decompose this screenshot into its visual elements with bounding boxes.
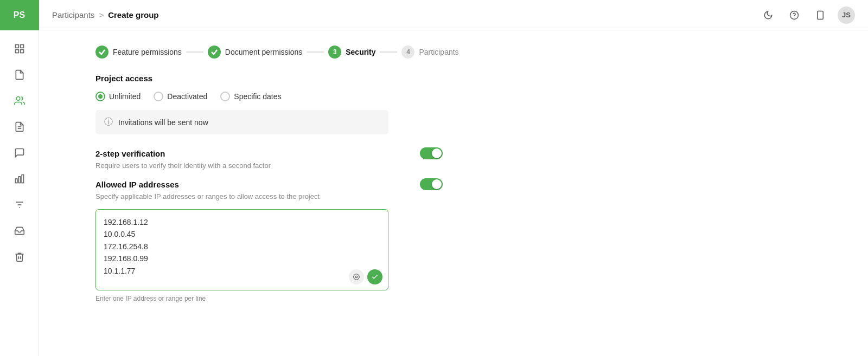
two-step-toggle[interactable] — [420, 147, 443, 159]
svg-rect-7 — [15, 179, 17, 183]
sidebar-item-filter[interactable] — [8, 193, 31, 217]
ip-action-confirm[interactable] — [367, 269, 382, 284]
avatar[interactable]: JS — [838, 7, 855, 24]
breadcrumb-parent[interactable]: Participants — [52, 10, 94, 20]
sidebar-item-dashboard[interactable] — [8, 37, 31, 61]
step-connector-3 — [380, 51, 397, 53]
sidebar-item-reports[interactable] — [8, 115, 31, 139]
step-connector-2 — [307, 51, 324, 53]
two-step-row: 2-step verification Require users to ver… — [95, 147, 851, 170]
step-security: 3 Security — [328, 46, 375, 59]
app-logo[interactable]: PS — [0, 0, 39, 30]
sidebar-item-analytics[interactable] — [8, 167, 31, 191]
topbar-actions: JS — [760, 7, 855, 24]
two-step-knob — [432, 148, 442, 158]
sidebar: PS — [0, 0, 39, 356]
sidebar-nav — [0, 30, 39, 275]
svg-point-4 — [16, 97, 20, 101]
step-3-circle: 3 — [328, 46, 341, 59]
info-banner: ⓘ Invitations will be sent now — [95, 110, 388, 134]
allowed-ip-knob — [432, 179, 442, 189]
wizard-steps: Feature permissions Document permissions… — [95, 46, 851, 59]
ip-action-pin[interactable] — [349, 269, 364, 284]
step-feature-permissions: Feature permissions — [95, 46, 182, 59]
allowed-ip-header: Allowed IP addresses — [95, 178, 443, 190]
breadcrumb-separator: > — [99, 10, 104, 20]
svg-rect-3 — [20, 50, 23, 53]
help-icon[interactable] — [786, 7, 803, 24]
breadcrumb: Participants > Create group — [52, 10, 159, 20]
step-2-circle — [208, 46, 221, 59]
allowed-ip-desc: Specify applicable IP addresses or range… — [95, 192, 851, 200]
ip-hint: Enter one IP address or range per line — [95, 295, 851, 302]
sidebar-item-chat[interactable] — [8, 141, 31, 165]
two-step-header: 2-step verification — [95, 147, 443, 159]
allowed-ip-title: Allowed IP addresses — [95, 180, 179, 189]
two-step-title: 2-step verification — [95, 149, 165, 158]
radio-specific-dates-circle — [220, 92, 230, 101]
svg-rect-2 — [15, 50, 18, 53]
svg-rect-0 — [15, 45, 18, 48]
step-2-label: Document permissions — [225, 48, 302, 56]
radio-deactivated[interactable]: Deactivated — [154, 92, 207, 101]
radio-specific-dates[interactable]: Specific dates — [220, 92, 281, 101]
radio-deactivated-label: Deactivated — [167, 92, 207, 101]
two-step-desc: Require users to verify their identity w… — [95, 161, 851, 170]
step-document-permissions: Document permissions — [208, 46, 302, 59]
radio-group-access: Unlimited Deactivated Specific dates — [95, 92, 851, 101]
radio-unlimited[interactable]: Unlimited — [95, 92, 141, 101]
project-access-title: Project access — [95, 74, 851, 83]
ip-textarea[interactable]: 192.168.1.12 10.0.0.45 172.16.254.8 192.… — [104, 216, 380, 281]
sidebar-item-trash[interactable] — [8, 245, 31, 269]
step-4-label: Participants — [419, 48, 458, 56]
step-participants: 4 Participants — [401, 46, 458, 59]
svg-point-17 — [355, 276, 358, 278]
step-3-label: Security — [346, 48, 375, 56]
step-1-label: Feature permissions — [113, 48, 182, 56]
svg-point-18 — [354, 274, 360, 280]
ip-textarea-actions — [349, 269, 382, 284]
step-connector-1 — [186, 51, 203, 53]
step-4-circle: 4 — [401, 46, 414, 59]
project-access-section: Project access Unlimited Deactivated Spe… — [95, 74, 851, 134]
radio-deactivated-circle — [154, 92, 163, 101]
radio-unlimited-circle — [95, 92, 105, 101]
sidebar-item-participants[interactable] — [8, 89, 31, 113]
dark-mode-icon[interactable] — [760, 7, 777, 24]
allowed-ip-row: Allowed IP addresses Specify applicable … — [95, 178, 851, 302]
radio-specific-dates-label: Specific dates — [234, 92, 281, 101]
topbar: Participants > Create group JS — [39, 0, 868, 30]
step-1-circle — [95, 46, 108, 59]
tablet-icon[interactable] — [812, 7, 829, 24]
info-message: Invitations will be sent now — [118, 118, 208, 127]
sidebar-item-documents[interactable] — [8, 63, 31, 87]
svg-rect-1 — [20, 45, 23, 48]
svg-rect-9 — [22, 175, 23, 183]
ip-textarea-wrapper: 192.168.1.12 10.0.0.45 172.16.254.8 192.… — [95, 209, 388, 290]
svg-rect-8 — [18, 177, 20, 183]
main-content: Feature permissions Document permissions… — [78, 30, 868, 356]
allowed-ip-toggle[interactable] — [420, 178, 443, 190]
sidebar-item-inbox[interactable] — [8, 219, 31, 243]
breadcrumb-current: Create group — [108, 10, 158, 20]
info-icon: ⓘ — [104, 116, 113, 128]
radio-unlimited-label: Unlimited — [109, 92, 141, 101]
